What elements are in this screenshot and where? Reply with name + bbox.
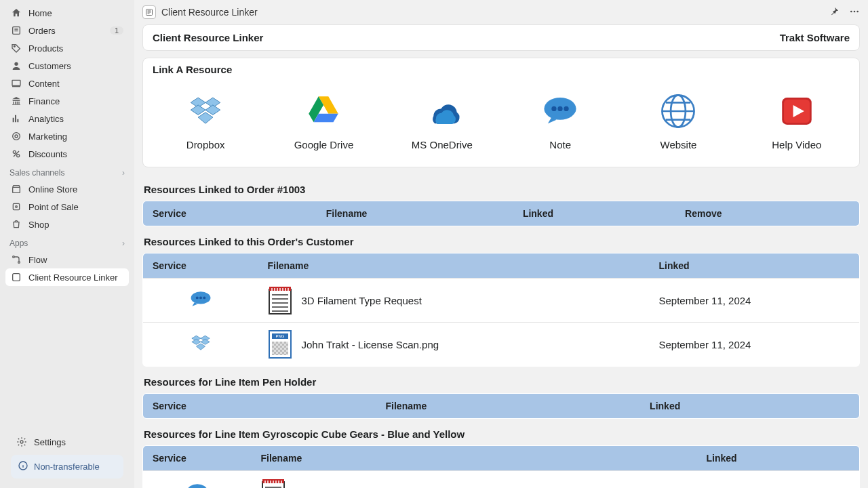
- col-filename: Filename: [252, 446, 697, 471]
- col-service: Service: [143, 253, 258, 279]
- globe-icon: [658, 92, 698, 131]
- note-icon: [540, 92, 580, 131]
- topbar-title: Client Resource Linker: [161, 7, 258, 18]
- link-resource-card: Link A Resource Dropbox Google Drive MS …: [142, 58, 860, 167]
- col-linked: Linked: [650, 253, 860, 279]
- nav-orders[interactable]: Orders 1: [5, 22, 129, 39]
- svg-rect-9: [13, 203, 19, 209]
- discounts-icon: [11, 148, 22, 159]
- nav-label: Client Resource Linker: [28, 272, 118, 283]
- nav-label: Content: [28, 79, 60, 89]
- col-linked: Linked: [640, 394, 859, 419]
- chevron-right-icon: ›: [122, 239, 125, 248]
- notepad-file-icon: [268, 285, 292, 315]
- svg-point-19: [856, 10, 859, 12]
- apps-nav: Flow Client Resource Linker: [0, 251, 134, 286]
- note-service-icon: [186, 289, 215, 310]
- svg-point-40: [187, 484, 207, 488]
- header-card: Client Resource Linker Trakt Software: [142, 24, 860, 51]
- link-label: Note: [549, 139, 571, 150]
- col-service: Service: [143, 201, 317, 226]
- nav-analytics[interactable]: Analytics: [5, 110, 129, 127]
- table-row[interactable]: 3D Filament Type Request September 11, 2…: [143, 279, 860, 323]
- table-row[interactable]: 3D Filament Manufacturer September 12, 2…: [143, 471, 860, 489]
- col-filename: Filename: [376, 394, 641, 419]
- orders-icon: [11, 25, 22, 36]
- svg-point-14: [20, 441, 23, 443]
- nav-pos[interactable]: Point of Sale: [5, 198, 129, 216]
- svg-point-12: [18, 262, 20, 264]
- line2-table-title: Resources for Line Item Gyroscopic Cube …: [142, 419, 860, 445]
- linked-date: September 12, 2024: [697, 471, 860, 489]
- nav-label: Shop: [28, 220, 49, 230]
- svg-point-11: [13, 256, 15, 258]
- svg-point-1: [14, 45, 15, 47]
- col-filename: Filename: [258, 253, 650, 279]
- footer-pill: Non-transferable: [11, 455, 123, 479]
- link-label: Dropbox: [186, 139, 225, 150]
- link-google-drive[interactable]: Google Drive: [273, 92, 374, 150]
- nav-client-resource-linker[interactable]: Client Resource Linker: [5, 268, 129, 286]
- info-icon: [18, 460, 28, 473]
- apps-header[interactable]: Apps ›: [0, 233, 134, 251]
- vendor-name: Trakt Software: [780, 32, 850, 43]
- line1-table: Service Filename Linked: [142, 393, 860, 419]
- nav-online-store[interactable]: Online Store: [5, 180, 129, 198]
- footer-pill-text: Non-transferable: [34, 462, 100, 472]
- nav-label: Customers: [28, 61, 71, 71]
- section-label: Sales channels: [9, 168, 64, 178]
- nav-products[interactable]: Products: [5, 39, 129, 57]
- nav-label: Discounts: [28, 149, 67, 159]
- nav-marketing[interactable]: Marketing: [5, 127, 129, 145]
- filename: John Trakt - License Scan.png: [302, 339, 439, 350]
- table-row[interactable]: PNG John Trakt - License Scan.png Septem…: [143, 323, 860, 367]
- link-label: Website: [660, 139, 697, 150]
- video-icon: [777, 92, 816, 131]
- svg-point-31: [203, 296, 205, 299]
- col-filename: Filename: [317, 201, 513, 226]
- svg-point-30: [199, 296, 202, 299]
- svg-point-23: [564, 106, 569, 111]
- nav-label: Analytics: [28, 114, 64, 124]
- svg-point-2: [14, 62, 18, 66]
- nav-flow[interactable]: Flow: [5, 251, 129, 268]
- nav-label: Home: [28, 8, 52, 18]
- flow-icon: [11, 254, 22, 265]
- svg-point-7: [17, 155, 20, 157]
- home-icon: [11, 7, 22, 18]
- nav-shop[interactable]: Shop: [5, 216, 129, 233]
- nav-label: Point of Sale: [28, 202, 79, 212]
- nav-settings[interactable]: Settings: [11, 433, 123, 451]
- nav-label: Marketing: [28, 131, 67, 142]
- nav-discounts[interactable]: Discounts: [5, 145, 129, 163]
- svg-rect-8: [13, 187, 20, 192]
- main: Client Resource Linker Client Resource L…: [134, 0, 868, 488]
- png-file-icon: PNG: [268, 329, 292, 359]
- pos-icon: [11, 201, 22, 212]
- svg-point-18: [854, 10, 856, 12]
- topbar: Client Resource Linker: [134, 0, 868, 24]
- pin-icon[interactable]: [829, 6, 840, 19]
- link-dropbox[interactable]: Dropbox: [155, 92, 256, 150]
- analytics-icon: [11, 113, 22, 124]
- line1-table-title: Resources for Line Item Pen Holder: [142, 367, 860, 393]
- order-table: Service Filename Linked Remove: [142, 201, 860, 226]
- more-icon[interactable]: [849, 6, 860, 19]
- linked-date: September 11, 2024: [650, 279, 860, 323]
- section-label: Apps: [9, 239, 28, 248]
- finance-icon: [11, 96, 22, 106]
- nav-content[interactable]: Content: [5, 75, 129, 92]
- link-label: MS OneDrive: [412, 139, 473, 150]
- link-website[interactable]: Website: [627, 92, 729, 150]
- sales-channels-header[interactable]: Sales channels ›: [0, 163, 134, 180]
- nav-customers[interactable]: Customers: [5, 57, 129, 75]
- svg-point-6: [13, 150, 16, 153]
- link-help-video[interactable]: Help Video: [746, 92, 848, 150]
- content-icon: [11, 78, 22, 89]
- link-note[interactable]: Note: [509, 92, 611, 150]
- nav-finance[interactable]: Finance: [5, 92, 129, 110]
- nav-home[interactable]: Home: [5, 4, 129, 22]
- link-onedrive[interactable]: MS OneDrive: [391, 92, 493, 150]
- col-linked: Linked: [513, 201, 675, 226]
- col-service: Service: [143, 394, 376, 419]
